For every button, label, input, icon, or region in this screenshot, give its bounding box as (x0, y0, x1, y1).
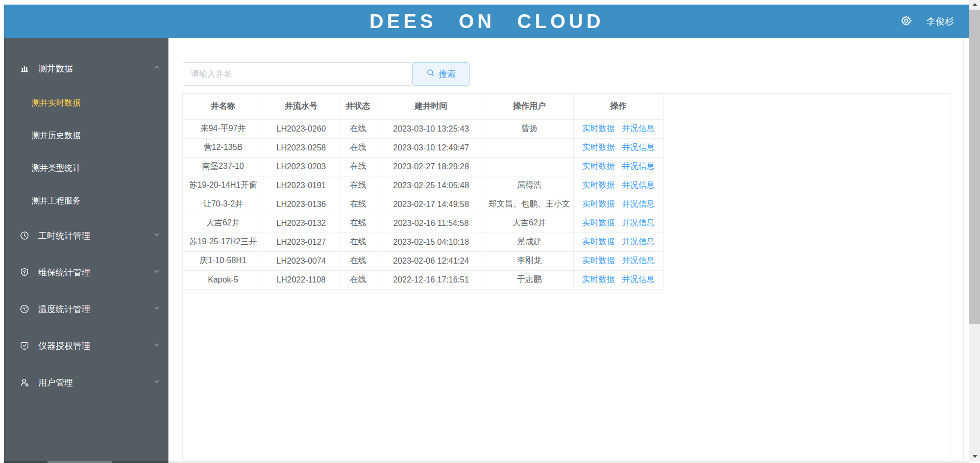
cell-name: 营12-135B (183, 138, 263, 157)
device-auth-icon (19, 341, 30, 351)
cell-name: 让70-3-2井 (183, 195, 263, 214)
chevron-down-icon (153, 268, 160, 277)
sidebar-item-2[interactable]: 维保统计管理 (4, 254, 168, 291)
content-edge-divider (963, 38, 964, 461)
cell-status: 在线 (339, 138, 377, 157)
realtime-data-link[interactable]: 实时数据 (582, 181, 615, 189)
cell-name: Kapok-5 (183, 270, 263, 289)
column-header: 操作用户 (485, 94, 574, 119)
table-row: 来94-平97井LH2023-0260在线2023-03-10 13:25:43… (183, 119, 664, 138)
table-row: 营12-135BLH2023-0258在线2023-03-10 12:49:47… (183, 138, 664, 157)
cell-operator: 李刚龙 (485, 251, 574, 270)
realtime-data-link[interactable]: 实时数据 (582, 256, 615, 265)
column-header: 井状态 (339, 94, 377, 119)
cell-actions: 实时数据井况信息 (574, 157, 664, 176)
well-info-link[interactable]: 井况信息 (622, 181, 655, 189)
sidebar-subitem-0-2[interactable]: 测井类型统计 (4, 152, 168, 185)
sidebar-subitem-0-3[interactable]: 测井工程服务 (4, 185, 168, 217)
cell-created: 2023-03-10 13:25:43 (377, 119, 485, 138)
search-icon (426, 68, 435, 80)
cell-serial: LH2023-0127 (263, 233, 339, 251)
realtime-data-link[interactable]: 实时数据 (582, 143, 615, 151)
vertical-scrollbar-thumb[interactable] (969, 10, 980, 324)
search-input[interactable] (183, 62, 412, 86)
clock-icon (19, 230, 30, 241)
table-header-row: 井名称井流水号井状态建井时间操作用户操作 (183, 94, 664, 119)
column-header: 操作 (574, 94, 664, 119)
realtime-data-link[interactable]: 实时数据 (582, 124, 615, 133)
realtime-data-link[interactable]: 实时数据 (582, 199, 615, 208)
sidebar-item-4[interactable]: 仪器授权管理 (4, 327, 168, 364)
sidebar-item-0[interactable]: 测井数据 (4, 50, 168, 87)
cell-name: 来94-平97井 (183, 119, 263, 138)
realtime-data-link[interactable]: 实时数据 (582, 162, 615, 170)
cell-operator: 屈得浩 (485, 176, 574, 195)
horizontal-scrollbar[interactable] (4, 461, 969, 463)
cell-created: 2023-02-16 11:54:58 (377, 214, 485, 233)
shield-wrench-icon (19, 267, 30, 277)
realtime-data-link[interactable]: 实时数据 (582, 275, 615, 284)
current-user[interactable]: 李俊杉 (926, 15, 954, 28)
settings-button[interactable] (900, 15, 912, 29)
well-info-link[interactable]: 井况信息 (622, 162, 655, 170)
cell-status: 在线 (339, 233, 377, 251)
cell-serial: LH2023-0260 (263, 119, 339, 138)
cell-serial: LH2023-0258 (263, 138, 339, 157)
cell-actions: 实时数据井况信息 (574, 233, 664, 251)
scroll-up-arrow[interactable] (969, 0, 980, 9)
cell-name: 苏19-25-17H2三开 (183, 233, 263, 251)
well-info-link[interactable]: 井况信息 (622, 143, 655, 151)
cell-name: 大吉62井 (183, 214, 263, 233)
horizontal-scrollbar-thumb[interactable] (47, 461, 112, 463)
cell-operator (485, 138, 574, 157)
cell-operator: 曾扬 (485, 119, 574, 138)
cell-actions: 实时数据井况信息 (574, 251, 664, 270)
cell-status: 在线 (339, 270, 377, 289)
svg-text:℃: ℃ (22, 306, 27, 312)
cell-created: 2023-02-15 04:10:18 (377, 233, 485, 251)
cell-operator: 郑文昌、包鹏、王小文 (485, 195, 574, 214)
sidebar-subitem-0-0[interactable]: 测井实时数据 (4, 87, 168, 119)
chevron-down-icon (153, 231, 160, 240)
well-info-link[interactable]: 井况信息 (622, 199, 655, 208)
cell-operator: 大吉62井 (485, 214, 574, 233)
sidebar-item-5[interactable]: 用户管理 (4, 364, 168, 401)
table-row: 苏19-20-14H1开窗LH2023-0191在线2023-02-25 14:… (183, 176, 664, 195)
well-info-link[interactable]: 井况信息 (622, 275, 655, 284)
table-panel: 井名称井流水号井状态建井时间操作用户操作 来94-平97井LH2023-0260… (182, 93, 950, 461)
cell-name: 庆1-10-58H1 (183, 251, 263, 270)
chevron-down-icon (153, 378, 160, 387)
wells-table: 井名称井流水号井状态建井时间操作用户操作 来94-平97井LH2023-0260… (183, 94, 664, 290)
well-info-link[interactable]: 井况信息 (622, 218, 655, 227)
sidebar-item-3[interactable]: ℃温度统计管理 (4, 291, 168, 327)
cell-status: 在线 (339, 195, 377, 214)
main-content: 搜索 井名称井流水号井状态建井时间操作用户操作 来94-平97井LH2023-0… (168, 38, 969, 461)
cell-name: 苏19-20-14H1开窗 (183, 176, 263, 195)
sidebar-item-label: 工时统计管理 (38, 230, 90, 242)
sidebar-item-label: 用户管理 (38, 377, 73, 389)
well-info-link[interactable]: 井况信息 (622, 237, 655, 246)
cell-serial: LH2023-0136 (263, 195, 339, 214)
sidebar-item-1[interactable]: 工时统计管理 (4, 217, 168, 254)
realtime-data-link[interactable]: 实时数据 (582, 218, 615, 227)
cell-actions: 实时数据井况信息 (574, 138, 664, 157)
sidebar-menu: 测井数据测井实时数据测井历史数据测井类型统计测井工程服务工时统计管理维保统计管理… (4, 38, 168, 461)
sidebar-item-label: 温度统计管理 (38, 303, 90, 315)
top-bar: DEES ON CLOUD 李俊杉 (4, 5, 969, 38)
cell-created: 2023-02-25 14:05:48 (377, 176, 485, 195)
cell-operator: 于志鹏 (485, 270, 574, 289)
cell-created: 2023-03-10 12:49:47 (377, 138, 485, 157)
vertical-scrollbar[interactable] (969, 0, 980, 461)
sidebar-item-label: 仪器授权管理 (38, 340, 90, 352)
app-container: DEES ON CLOUD 李俊杉 测井数据测井实时数据测井历史数据测井类型统计… (4, 5, 969, 461)
well-info-link[interactable]: 井况信息 (622, 124, 655, 133)
sidebar-subitem-0-1[interactable]: 测井历史数据 (4, 119, 168, 152)
well-info-link[interactable]: 井况信息 (622, 256, 655, 265)
scroll-down-arrow[interactable] (969, 452, 980, 461)
search-button[interactable]: 搜索 (412, 62, 470, 86)
page: DEES ON CLOUD 李俊杉 测井数据测井实时数据测井历史数据测井类型统计… (0, 0, 980, 463)
realtime-data-link[interactable]: 实时数据 (582, 237, 615, 246)
cell-status: 在线 (339, 119, 377, 138)
app-title: DEES ON CLOUD (4, 5, 969, 38)
table-row: 大吉62井LH2023-0132在线2023-02-16 11:54:58大吉6… (183, 214, 664, 233)
